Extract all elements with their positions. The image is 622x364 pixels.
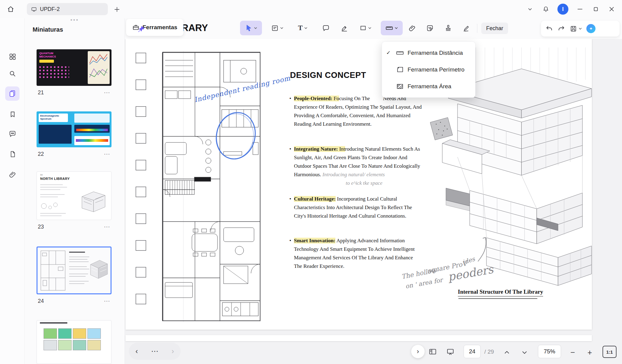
thumbnail-image[interactable] [37, 320, 111, 364]
next-page-button[interactable]: › [171, 347, 174, 355]
redo-button[interactable] [557, 25, 565, 33]
thumbnail-image[interactable]: 94 NORTH LIBRARY [37, 171, 111, 220]
mini-slide-title: QUANTUM MECHANICS [39, 52, 63, 58]
menu-item-perimeter[interactable]: Ferramenta Perímetro [382, 61, 475, 78]
sticker-smiley-icon [426, 24, 434, 32]
mini-spectrum-dark [74, 125, 110, 133]
menu-item-distance[interactable]: ✓ Ferramenta Distância [382, 44, 475, 61]
stamp-icon [444, 24, 452, 32]
history-save-group: ✦ [541, 21, 620, 37]
zoom-in-button[interactable]: + [584, 347, 595, 358]
thumbnail-more-button[interactable]: ⋯ [104, 150, 110, 158]
perimeter-tool-icon [396, 66, 404, 74]
expand-statusbar-button[interactable]: › [411, 345, 425, 358]
thumbnail-page-23: 94 NORTH LIBRARY 23 ⋯ [37, 171, 111, 230]
page-number-input[interactable]: 24 [464, 345, 481, 358]
notifications-bell-icon[interactable] [542, 5, 550, 13]
page-total-label: / 29 [484, 348, 494, 355]
checkmark-icon: ✓ [386, 50, 392, 56]
close-tools-button[interactable]: Fechar [481, 23, 508, 34]
signature-pen-icon [463, 24, 470, 32]
stamp-tool-button[interactable] [441, 21, 455, 35]
previous-page-button[interactable]: ‹ [136, 347, 138, 355]
thumbnail-page-25 [37, 320, 111, 364]
new-tab-button[interactable] [113, 5, 121, 13]
thumbnail-image[interactable]: Electromagnetic Spectrum [37, 111, 111, 147]
thumbnails-panel: ••• Miniaturas QUANTUM MECHANICS 21 ⋯ E [25, 18, 125, 364]
home-button[interactable] [7, 4, 16, 14]
thumbnail-page-number: 23 [38, 224, 44, 230]
chevron-down-icon [254, 27, 257, 29]
tab-label: UPDF-2 [40, 6, 60, 12]
ai-assistant-icon: ✦ [586, 24, 595, 33]
typed-note-line1[interactable]: Introducing natural/ elements [323, 172, 385, 177]
shape-tool-button[interactable] [355, 21, 376, 35]
tools-menu-button[interactable]: Ferramentas [126, 19, 183, 36]
chevron-down-icon[interactable] [526, 5, 534, 13]
chevron-down-icon [578, 27, 582, 30]
select-tool-button[interactable] [240, 21, 262, 35]
tools-grid-icon[interactable] [6, 50, 19, 63]
paperclip-icon [408, 24, 416, 32]
typed-note-line2[interactable]: to e^ick tke space [294, 179, 422, 187]
zoom-out-button[interactable]: − [567, 347, 578, 358]
highlighter-tool-button[interactable] [337, 21, 352, 35]
page-title-partial: RARY [182, 23, 208, 33]
chevron-down-icon[interactable] [519, 347, 530, 358]
save-button[interactable] [570, 25, 582, 33]
design-concept-heading: DESIGN CONCEPT [290, 71, 366, 80]
page-options-button[interactable]: ⋯ [151, 347, 158, 355]
thumbnail-page-24-selected: 24 ⋯ [37, 247, 111, 305]
concept-bullet-nature: •Integrating Nature: Introducing Natural… [289, 145, 422, 187]
cursor-arrow-icon [245, 24, 253, 32]
thumbnail-image[interactable] [37, 247, 111, 294]
concept-bullet-innovation: •Smart Innovation: Applying Advanced Inf… [289, 236, 422, 271]
design-concept-body: •People-Oriented: Focusing On The Needs … [289, 94, 422, 271]
thumbnail-more-button[interactable]: ⋯ [104, 223, 110, 230]
maximize-button[interactable] [592, 5, 600, 13]
thumbnail-page-22: Electromagnetic Spectrum 22 ⋯ [37, 111, 111, 158]
minimize-button[interactable] [576, 5, 584, 13]
attach-tool-button[interactable] [405, 21, 419, 35]
comment-tool-button[interactable] [319, 21, 333, 35]
attachments-paperclip-icon[interactable] [6, 168, 19, 181]
zoom-level-input[interactable]: 75% [538, 345, 561, 358]
close-button[interactable] [607, 5, 616, 13]
tools-menu-label: Ferramentas [143, 24, 177, 31]
thumbnail-more-button[interactable]: ⋯ [104, 89, 110, 96]
search-icon[interactable] [6, 67, 19, 80]
concept-bullet-people: •People-Oriented: Focusing On The Needs … [289, 94, 422, 128]
area-tool-icon [396, 82, 404, 90]
measure-tool-button[interactable] [381, 21, 403, 35]
text-tool-icon: T [298, 24, 302, 32]
side-panel-toggle-icon[interactable] [427, 346, 438, 357]
signature-tool-button[interactable] [459, 21, 473, 35]
slideshow-mode-icon[interactable] [445, 346, 456, 357]
document-pages-icon[interactable] [6, 148, 19, 160]
thumbnail-more-button[interactable]: ⋯ [104, 297, 110, 305]
panel-title: Miniaturas [33, 26, 63, 33]
square-shape-icon [359, 24, 367, 32]
thumbnails-panel-icon[interactable] [5, 86, 19, 101]
bookmark-icon[interactable] [6, 108, 19, 121]
mini-render [89, 257, 109, 285]
document-tab[interactable]: UPDF-2 [27, 3, 108, 15]
updf-app-window: UPDF-2 I ••• Miniaturas QUANTUM MECHANIC [0, 0, 622, 364]
account-avatar[interactable]: I [557, 4, 568, 15]
next-page-edge [125, 335, 592, 341]
chevron-up-icon[interactable] [501, 347, 512, 358]
comments-panel-icon[interactable] [6, 128, 19, 140]
thumbnail-image[interactable]: QUANTUM MECHANICS [37, 49, 111, 86]
ai-assistant-button[interactable]: ✦ [586, 24, 595, 33]
fit-page-button[interactable]: 1:1 [603, 346, 617, 358]
text-tool-button[interactable]: T [292, 21, 314, 35]
pin-panel-icon[interactable] [137, 25, 146, 33]
undo-button[interactable] [545, 25, 553, 33]
page-edit-icon [271, 24, 279, 32]
sticker-tool-button[interactable] [423, 21, 437, 35]
save-icon [570, 25, 577, 33]
page-edit-tool-button[interactable] [266, 21, 288, 35]
left-icon-strip [0, 18, 25, 364]
menu-item-area[interactable]: Ferramenta Área [382, 78, 475, 95]
mini-floorplan [40, 250, 67, 292]
